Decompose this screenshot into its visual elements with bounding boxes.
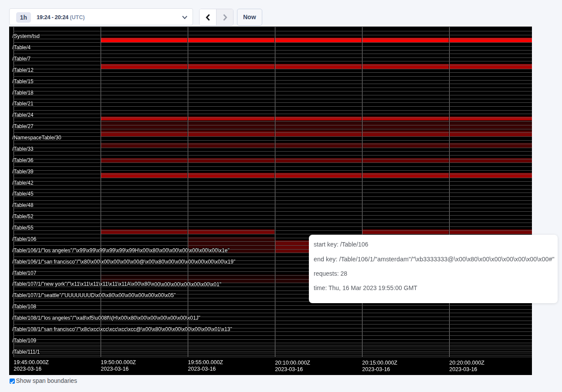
svg-text:/Table/18: /Table/18 [12, 90, 34, 96]
svg-text:/Table/106/1/"san francisco"/": /Table/106/1/"san francisco"/"\x80\x00\x… [12, 259, 235, 265]
svg-text:/NamespaceTable/30: /NamespaceTable/30 [12, 135, 61, 141]
svg-text:/Table/21: /Table/21 [12, 101, 34, 107]
svg-text:2023-03-16: 2023-03-16 [14, 366, 41, 372]
svg-text:/Table/12: /Table/12 [12, 67, 34, 73]
svg-text:/Table/106/1/"los angeles"/"\x: /Table/106/1/"los angeles"/"\x99\x99\x99… [12, 247, 230, 253]
svg-text:2023-03-16: 2023-03-16 [101, 366, 129, 372]
svg-text:/Table/107/1/"seattle"/"UUUUUU: /Table/107/1/"seattle"/"UUUUUUUD\x00\x80… [12, 292, 176, 298]
svg-text:2023-03-16: 2023-03-16 [275, 366, 303, 372]
svg-text:/Table/24: /Table/24 [12, 112, 34, 118]
svg-text:/Table/7: /Table/7 [12, 56, 30, 62]
svg-text:/Table/109: /Table/109 [12, 338, 37, 344]
svg-text:/Table/108: /Table/108 [12, 304, 37, 310]
svg-text:/Table/39: /Table/39 [12, 169, 34, 175]
svg-text:19:50:00.000Z: 19:50:00.000Z [101, 359, 136, 365]
svg-text:/Table/111/1: /Table/111/1 [12, 349, 40, 355]
svg-text:/Table/4: /Table/4 [12, 44, 30, 51]
svg-text:19:55:00.000Z: 19:55:00.000Z [188, 359, 223, 365]
svg-text:/Table/42: /Table/42 [12, 180, 34, 186]
svg-text:/Table/107/1/"new york"/"\x11\: /Table/107/1/"new york"/"\x11\x11\x11\x1… [12, 281, 221, 287]
svg-text:/Table/55: /Table/55 [12, 225, 34, 231]
svg-text:/Table/106: /Table/106 [12, 236, 37, 242]
svg-text:20:10:00.000Z: 20:10:00.000Z [275, 360, 310, 366]
svg-text:/Table/36: /Table/36 [12, 157, 34, 163]
svg-text:20:20:00.000Z: 20:20:00.000Z [449, 360, 484, 366]
svg-text:/Table/108/1/"los angeles"/"\x: /Table/108/1/"los angeles"/"\xa8\xf5\u00… [12, 315, 200, 321]
svg-text:20:15:00.000Z: 20:15:00.000Z [362, 360, 397, 366]
svg-text:/Table/27: /Table/27 [12, 123, 34, 129]
svg-text:2023-03-16: 2023-03-16 [188, 366, 216, 372]
svg-text:/Table/52: /Table/52 [12, 213, 34, 220]
svg-text:/Table/45: /Table/45 [12, 191, 34, 197]
svg-text:/System/tsd: /System/tsd [12, 33, 40, 39]
svg-text:/Table/15: /Table/15 [12, 78, 34, 84]
svg-text:/Table/107: /Table/107 [12, 270, 37, 276]
svg-text:2023-03-16: 2023-03-16 [449, 366, 477, 372]
svg-text:19:45:00.000Z: 19:45:00.000Z [14, 359, 49, 365]
svg-text:/Table/33: /Table/33 [12, 146, 34, 152]
svg-text:/Table/108/1/"san francisco"/": /Table/108/1/"san francisco"/"\x8c\xcc\x… [12, 326, 232, 332]
svg-text:/Table/48: /Table/48 [12, 202, 34, 208]
svg-text:2023-03-16: 2023-03-16 [362, 366, 390, 372]
